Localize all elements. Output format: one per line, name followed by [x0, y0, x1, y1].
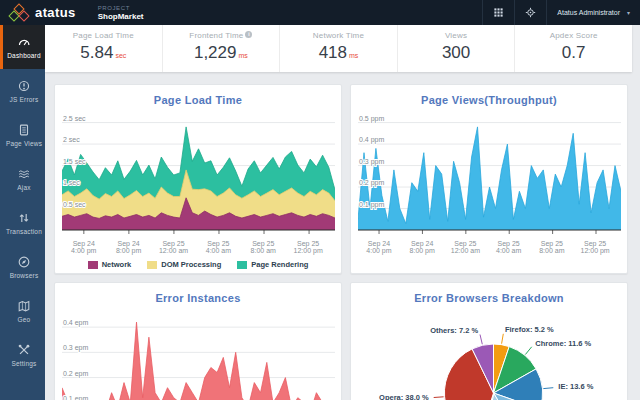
- chart-title: Error Browsers Breakdown: [351, 292, 627, 304]
- legend-item[interactable]: Page Rendering: [237, 260, 308, 269]
- sidebar-item-js-errors[interactable]: JS Errors: [0, 69, 45, 113]
- x-axis-tick-label: Sep 258:00 am: [539, 240, 564, 254]
- grid-icon: [493, 4, 504, 22]
- settings-gear-button[interactable]: [514, 0, 546, 25]
- y-axis-tick-label: 0.1 ppm: [359, 201, 384, 209]
- sidebar-item-browsers[interactable]: Browsers: [0, 245, 45, 289]
- y-axis-tick-label: 0.2 ppm: [359, 179, 384, 187]
- apps-grid-button[interactable]: [482, 0, 514, 25]
- x-axis-tick-label: Sep 244:00 pm: [71, 240, 96, 254]
- metric-value: 0.7: [515, 43, 632, 63]
- metric-value: 418ms: [280, 43, 397, 63]
- sidebar-item-label: Transaction: [6, 228, 42, 235]
- info-icon[interactable]: i: [245, 31, 252, 38]
- legend-label: Page Rendering: [251, 260, 308, 269]
- chart-title: Page Views(Throughput): [351, 94, 627, 106]
- error-browsers-pie-chart: Firefox: 5.2 %Chrome: 11.6 %IE: 13.6 %Op…: [358, 308, 620, 400]
- sidebar-item-settings[interactable]: Settings: [0, 333, 45, 377]
- y-axis-tick-label: 0.4 epm: [63, 319, 88, 327]
- user-menu-label: Atatus Administrator: [557, 9, 620, 16]
- waves-icon: [17, 167, 31, 181]
- project-label: PROJECT: [98, 5, 144, 11]
- legend-item[interactable]: Network: [88, 260, 132, 269]
- pie-slice-label: Chrome: 11.6 %: [535, 339, 591, 348]
- pie-slice-label: Others: 7.2 %: [430, 326, 478, 335]
- x-axis-tick-label: Sep 2512:00 pm: [294, 240, 323, 254]
- x-axis-tick-label: Sep 254:00 am: [496, 240, 521, 254]
- plot-area: 0.5 ppm0.4 ppm0.3 ppm0.2 ppm0.1 ppm: [358, 110, 621, 236]
- sidebar-item-label: Dashboard: [7, 52, 41, 59]
- legend-swatch: [88, 261, 98, 269]
- chart-cards: Page Load Time 2.5 sec2 sec1.5 sec1 sec0…: [54, 84, 628, 400]
- project-name: ShopMarket: [98, 13, 144, 21]
- metric-apdex-score: Apdex Score0.7: [514, 25, 632, 72]
- y-axis-tick-label: 1 sec: [63, 179, 80, 186]
- metric-views: Views300: [397, 25, 515, 72]
- metric-frontend-time: Frontend Timei1,229ms: [162, 25, 280, 72]
- y-axis-tick-label: 0.4 ppm: [359, 136, 384, 144]
- sidebar-item-dashboard[interactable]: Dashboard: [0, 25, 45, 69]
- sidebar-item-page-views[interactable]: Page Views: [0, 113, 45, 157]
- x-axis-tick-label: Sep 254:00 am: [206, 240, 231, 254]
- sidebar-item-label: Ajax: [17, 184, 30, 191]
- y-axis-tick-label: 2.5 sec: [63, 115, 86, 122]
- y-axis-tick-label: 0.5 sec: [63, 201, 86, 208]
- legend-label: Network: [102, 260, 132, 269]
- metric-value: 5.84sec: [45, 43, 162, 63]
- x-axis-tick-label: Sep 2512:00 am: [451, 240, 480, 254]
- chart-title: Error Instances: [55, 292, 341, 304]
- page-load-time-card: Page Load Time 2.5 sec2 sec1.5 sec1 sec0…: [54, 84, 342, 274]
- sidebar-item-label: Browsers: [10, 272, 39, 279]
- metric-label: Views: [398, 31, 515, 40]
- page-views-chart: 0.5 ppm0.4 ppm0.3 ppm0.2 ppm0.1 ppmSep 2…: [358, 110, 620, 256]
- x-axis-labels: Sep 244:00 pmSep 248:00 pmSep 2512:00 am…: [358, 240, 620, 256]
- y-axis-tick-label: 2 sec: [63, 136, 80, 143]
- metric-label: Apdex Score: [515, 31, 632, 40]
- y-axis-tick-label: 0.1 epm: [63, 395, 88, 400]
- legend-label: DOM Processing: [161, 260, 221, 269]
- sidebar-item-ajax[interactable]: Ajax: [0, 157, 45, 201]
- y-axis-tick-label: 1.5 sec: [63, 158, 86, 165]
- chart-legend: NetworkDOM ProcessingPage Rendering: [62, 260, 334, 269]
- project-selector[interactable]: PROJECT ShopMarket: [98, 5, 144, 21]
- metric-value: 1,229ms: [163, 43, 280, 63]
- pie-plot-area: Firefox: 5.2 %Chrome: 11.6 %IE: 13.6 %Op…: [358, 308, 621, 400]
- x-axis-tick-label: Sep 248:00 pm: [116, 240, 141, 254]
- top-bar: atatus PROJECT ShopMarket Atatus Adminis…: [0, 0, 640, 25]
- metric-summary-bar: Page Load Time5.84secFrontend Timei1,229…: [45, 25, 632, 72]
- error-instances-card: Error Instances 0.4 epm0.3 epm0.2 epm0.1…: [54, 282, 342, 400]
- gear-icon: [525, 4, 536, 22]
- sidebar: DashboardJS ErrorsPage ViewsAjaxTransact…: [0, 25, 45, 400]
- metric-unit: ms: [238, 52, 247, 59]
- atatus-logo-icon: [9, 4, 29, 22]
- error-browsers-card: Error Browsers Breakdown Firefox: 5.2 %C…: [350, 282, 628, 400]
- metric-value: 300: [398, 43, 515, 63]
- transaction-icon: [17, 211, 31, 225]
- sidebar-item-transaction[interactable]: Transaction: [0, 201, 45, 245]
- gauge-icon: [17, 35, 31, 49]
- x-axis-tick-label: Sep 258:00 am: [251, 240, 276, 254]
- error-instances-chart: 0.4 epm0.3 epm0.2 epm0.1 epmSep 244:00 p…: [62, 308, 334, 400]
- y-axis-tick-label: 0.2 epm: [63, 370, 88, 378]
- chart-title: Page Load Time: [55, 94, 341, 106]
- legend-item[interactable]: DOM Processing: [147, 260, 221, 269]
- x-axis-labels: Sep 244:00 pmSep 248:00 pmSep 2512:00 am…: [62, 240, 334, 256]
- pie-slice-label: Opera: 38.0 %: [379, 393, 429, 400]
- sidebar-item-label: Settings: [11, 360, 36, 367]
- metric-page-load-time: Page Load Time5.84sec: [45, 25, 162, 72]
- document-icon: [17, 123, 31, 137]
- metric-label: Frontend Timei: [163, 31, 280, 40]
- compass-icon: [17, 255, 31, 269]
- atatus-logo[interactable]: atatus: [9, 4, 76, 22]
- legend-swatch: [237, 261, 247, 269]
- x-axis-tick-label: Sep 2512:00 pm: [581, 240, 610, 254]
- metric-label: Network Time: [280, 31, 397, 40]
- user-menu[interactable]: Atatus Administrator ▾: [546, 0, 640, 25]
- x-axis-tick-label: Sep 248:00 pm: [410, 240, 435, 254]
- page-views-card: Page Views(Throughput) 0.5 ppm0.4 ppm0.3…: [350, 84, 628, 274]
- brand-name: atatus: [35, 5, 76, 20]
- metric-unit: sec: [115, 52, 126, 59]
- x-axis-tick-label: Sep 244:00 pm: [366, 240, 391, 254]
- chevron-down-icon: ▾: [627, 9, 630, 16]
- sidebar-item-geo[interactable]: Geo: [0, 289, 45, 333]
